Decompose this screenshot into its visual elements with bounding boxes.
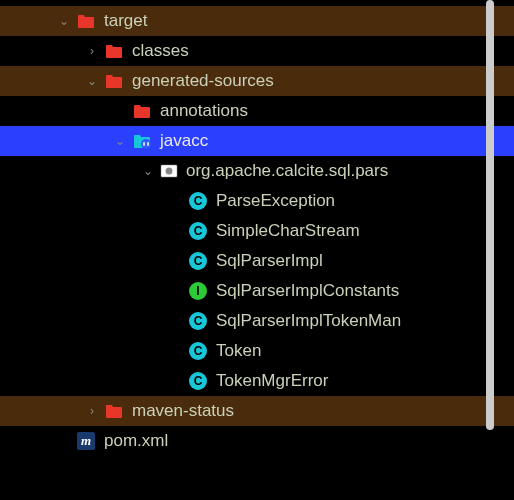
project-tree: ⌄target›classes⌄generated-sourcesannotat… xyxy=(0,0,514,456)
tree-item-label: maven-status xyxy=(132,401,234,421)
folder-icon xyxy=(104,71,124,91)
class-icon: C xyxy=(188,221,208,241)
tree-item[interactable]: ISqlParserImplConstants xyxy=(0,276,514,306)
chevron-right-icon[interactable]: › xyxy=(84,404,100,418)
folder-icon xyxy=(76,11,96,31)
tree-item-label: TokenMgrError xyxy=(216,371,328,391)
class-icon: C xyxy=(188,311,208,331)
tree-item[interactable]: CSqlParserImplTokenMan xyxy=(0,306,514,336)
tree-item-label: Token xyxy=(216,341,261,361)
scrollbar-track[interactable] xyxy=(484,0,494,480)
tree-item-label: org.apache.calcite.sql.pars xyxy=(186,161,388,181)
package-icon xyxy=(160,162,178,180)
tree-item[interactable]: ⌄target xyxy=(0,6,514,36)
folder-icon xyxy=(104,41,124,61)
class-icon: C xyxy=(188,371,208,391)
class-icon: C xyxy=(188,341,208,361)
tree-item[interactable]: ⌄generated-sources xyxy=(0,66,514,96)
chevron-down-icon[interactable]: ⌄ xyxy=(84,74,100,88)
tree-item[interactable]: ›maven-status xyxy=(0,396,514,426)
folder-icon xyxy=(132,101,152,121)
chevron-down-icon[interactable]: ⌄ xyxy=(140,164,156,178)
tree-item-label: annotations xyxy=(160,101,248,121)
tree-item[interactable]: ⌄org.apache.calcite.sql.pars xyxy=(0,156,514,186)
interface-icon: I xyxy=(188,281,208,301)
tree-item[interactable]: CTokenMgrError xyxy=(0,366,514,396)
tree-item-label: classes xyxy=(132,41,189,61)
class-icon: C xyxy=(188,191,208,211)
tree-item-label: target xyxy=(104,11,147,31)
tree-item[interactable]: mpom.xml xyxy=(0,426,514,456)
source-folder-icon xyxy=(132,131,152,151)
tree-item[interactable]: annotations xyxy=(0,96,514,126)
maven-icon: m xyxy=(76,431,96,451)
tree-item[interactable]: ⌄javacc xyxy=(0,126,514,156)
class-icon: C xyxy=(188,251,208,271)
tree-item-label: javacc xyxy=(160,131,208,151)
tree-item-label: generated-sources xyxy=(132,71,274,91)
tree-item-label: SqlParserImpl xyxy=(216,251,323,271)
tree-item[interactable]: CSimpleCharStream xyxy=(0,216,514,246)
tree-item-label: SqlParserImplTokenMan xyxy=(216,311,401,331)
tree-item[interactable]: CToken xyxy=(0,336,514,366)
tree-item-label: pom.xml xyxy=(104,431,168,451)
folder-icon xyxy=(104,401,124,421)
svg-point-2 xyxy=(166,168,173,175)
tree-item-label: SqlParserImplConstants xyxy=(216,281,399,301)
tree-item-label: SimpleCharStream xyxy=(216,221,360,241)
tree-item[interactable]: ›classes xyxy=(0,36,514,66)
chevron-down-icon[interactable]: ⌄ xyxy=(56,14,72,28)
chevron-right-icon[interactable]: › xyxy=(84,44,100,58)
tree-item[interactable]: CParseException xyxy=(0,186,514,216)
chevron-down-icon[interactable]: ⌄ xyxy=(112,134,128,148)
svg-point-0 xyxy=(141,139,151,149)
tree-item[interactable]: CSqlParserImpl xyxy=(0,246,514,276)
scrollbar-thumb[interactable] xyxy=(486,0,494,430)
tree-item-label: ParseException xyxy=(216,191,335,211)
